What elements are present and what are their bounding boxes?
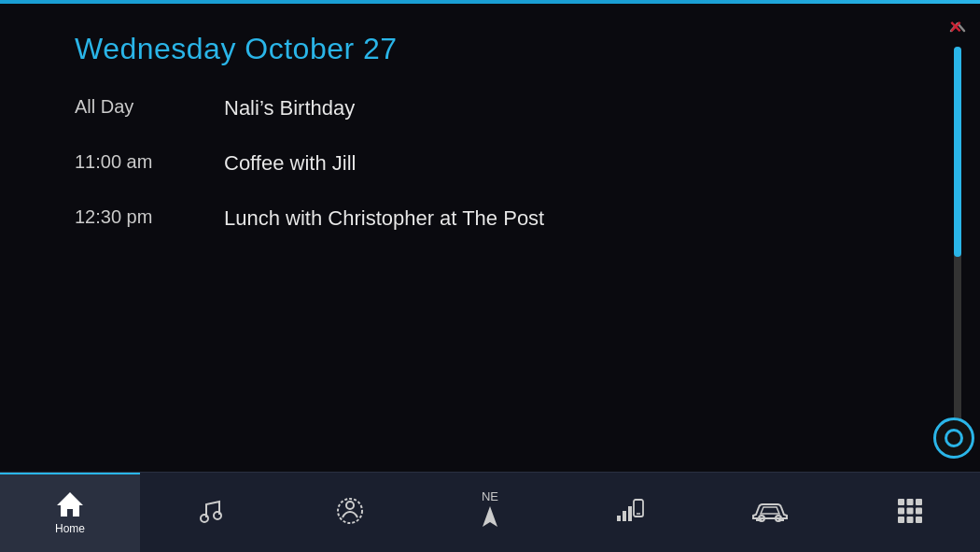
calendar-panel: Wednesday October 27 All Day Nali’s Birt… bbox=[0, 4, 980, 472]
svg-point-2 bbox=[214, 512, 221, 519]
phone-icon bbox=[615, 497, 645, 525]
scroll-track bbox=[954, 47, 961, 429]
svg-rect-19 bbox=[898, 517, 904, 523]
svg-point-4 bbox=[346, 502, 354, 509]
svg-marker-5 bbox=[483, 506, 497, 527]
bottom-navbar: Home NE bbox=[0, 472, 980, 552]
nav-item-driver[interactable] bbox=[280, 473, 420, 552]
close-icon: × bbox=[950, 15, 962, 39]
svg-rect-18 bbox=[916, 507, 922, 514]
scrollbar-area bbox=[935, 4, 980, 472]
voice-button[interactable] bbox=[933, 418, 974, 459]
compass-container: NE bbox=[479, 490, 501, 531]
event-time-2: 12:30 pm bbox=[75, 205, 224, 228]
event-title-0: Nali’s Birthday bbox=[224, 94, 355, 123]
nav-label-home: Home bbox=[55, 522, 85, 535]
nav-item-apps[interactable] bbox=[840, 473, 980, 552]
music-icon bbox=[197, 497, 223, 525]
svg-point-1 bbox=[201, 515, 208, 522]
svg-marker-0 bbox=[57, 492, 83, 517]
nav-item-navigation[interactable]: NE bbox=[420, 473, 560, 552]
event-item-0: All Day Nali’s Birthday bbox=[75, 94, 924, 123]
event-title-1: Coffee with Jill bbox=[224, 149, 356, 178]
event-time-1: 11:00 am bbox=[75, 149, 224, 173]
car-icon bbox=[751, 498, 789, 524]
home-icon bbox=[55, 490, 85, 518]
nav-item-phone[interactable] bbox=[560, 473, 700, 552]
svg-rect-21 bbox=[916, 517, 922, 523]
svg-rect-7 bbox=[623, 511, 626, 521]
svg-rect-17 bbox=[907, 507, 914, 514]
svg-rect-16 bbox=[898, 507, 904, 514]
date-heading: Wednesday October 27 bbox=[75, 32, 924, 66]
svg-rect-13 bbox=[898, 499, 904, 505]
svg-rect-8 bbox=[628, 506, 632, 521]
close-button[interactable]: × bbox=[939, 13, 973, 41]
event-title-2: Lunch with Christopher at The Post bbox=[224, 205, 544, 234]
event-time-0: All Day bbox=[75, 94, 224, 118]
svg-rect-14 bbox=[907, 499, 914, 505]
compass-direction: NE bbox=[482, 490, 498, 502]
svg-rect-6 bbox=[617, 516, 621, 521]
event-item-2: 12:30 pm Lunch with Christopher at The P… bbox=[75, 205, 924, 234]
nav-item-car[interactable] bbox=[700, 473, 840, 552]
nav-arrow-icon bbox=[479, 504, 501, 531]
events-list: All Day Nali’s Birthday 11:00 am Coffee … bbox=[75, 94, 924, 233]
voice-icon bbox=[945, 429, 963, 447]
apps-icon bbox=[896, 497, 924, 525]
event-item-1: 11:00 am Coffee with Jill bbox=[75, 149, 924, 178]
nav-item-home[interactable]: Home bbox=[0, 473, 140, 552]
svg-rect-20 bbox=[907, 517, 914, 523]
driver-icon bbox=[334, 497, 366, 525]
svg-rect-15 bbox=[916, 499, 922, 505]
nav-item-media[interactable] bbox=[140, 473, 280, 552]
scroll-thumb bbox=[954, 47, 961, 257]
